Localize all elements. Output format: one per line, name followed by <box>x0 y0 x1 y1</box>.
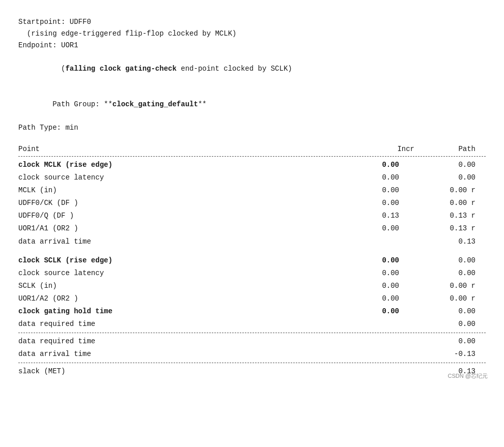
row-incr: 0.00 <box>358 159 419 171</box>
startpoint-desc-line: (rising edge-triggered flip-flop clocked… <box>18 28 486 40</box>
endpoint-desc-line: (falling clock gating-check end-point cl… <box>18 51 486 86</box>
row-path: 0.00 <box>419 159 486 171</box>
row-incr: 0.00 <box>358 185 419 196</box>
table-row: clock MCLK (rise edge)0.000.00 <box>18 159 486 171</box>
row-point: UDFF0/Q (DF ) <box>18 210 358 222</box>
table-row: clock source latency0.000.00 <box>18 267 486 280</box>
row-path: -0.13 <box>419 348 486 360</box>
endpoint-desc-pre: ( <box>52 65 65 73</box>
row-point: UOR1/A1 (OR2 ) <box>18 223 358 234</box>
table-rows: clock MCLK (rise edge)0.000.00clock sour… <box>18 159 486 378</box>
row-point: clock gating hold time <box>18 306 358 317</box>
row-point: UOR1/A2 (OR2 ) <box>18 293 358 305</box>
table-header-row: Point Incr Path <box>18 144 486 154</box>
header-section: Startpoint: UDFF0 (rising edge-triggered… <box>18 16 486 134</box>
timing-table: Point Incr Path clock MCLK (rise edge)0.… <box>18 144 486 378</box>
row-divider <box>18 363 486 363</box>
row-path: 0.00 <box>419 336 486 347</box>
table-row: clock source latency0.000.00 <box>18 171 486 184</box>
row-incr: 0.00 <box>358 267 419 279</box>
path-group-bold: clock_gating_default <box>113 100 198 108</box>
row-path: 0.00 r <box>419 280 486 292</box>
row-point: data required time <box>18 318 358 330</box>
row-path: 0.00 <box>419 306 486 317</box>
row-path: 0.13 r <box>419 223 486 234</box>
row-spacer <box>18 248 486 254</box>
row-point: clock MCLK (rise edge) <box>18 159 358 171</box>
row-path: 0.13 <box>419 236 486 248</box>
table-row: clock SCLK (rise edge)0.000.00 <box>18 254 486 267</box>
row-path: 0.00 r <box>419 185 486 196</box>
row-incr <box>358 348 419 360</box>
table-row: SCLK (in)0.000.00 r <box>18 280 486 292</box>
row-point: slack (MET) <box>18 366 358 377</box>
startpoint-line: Startpoint: UDFF0 <box>18 16 486 28</box>
row-point: data required time <box>18 336 358 347</box>
col-header-point: Point <box>18 145 374 153</box>
row-incr <box>358 318 419 330</box>
table-row: clock gating hold time0.000.00 <box>18 305 486 318</box>
path-group-line: Path Group: **clock_gating_default** <box>18 87 486 122</box>
table-row: data required time0.00 <box>18 335 486 348</box>
row-incr <box>358 236 419 248</box>
row-point: data arrival time <box>18 348 358 360</box>
row-point: data arrival time <box>18 236 358 248</box>
table-row: UOR1/A2 (OR2 )0.000.00 r <box>18 292 486 305</box>
row-incr <box>358 336 419 347</box>
row-incr: 0.00 <box>358 306 419 317</box>
row-path: 0.00 <box>419 255 486 266</box>
row-incr: 0.00 <box>358 255 419 266</box>
row-path: 0.13 r <box>419 210 486 222</box>
col-header-path: Path <box>435 145 486 153</box>
row-point: clock source latency <box>18 172 358 184</box>
row-point: clock source latency <box>18 267 358 279</box>
top-divider <box>18 156 486 157</box>
row-divider <box>18 333 486 333</box>
table-row: slack (MET)0.13 <box>18 365 486 378</box>
path-group-post: ** <box>198 100 207 108</box>
row-path: 0.00 <box>419 318 486 330</box>
table-row: data arrival time-0.13 <box>18 348 486 361</box>
row-incr <box>358 366 419 377</box>
row-path: 0.00 r <box>419 197 486 209</box>
row-incr: 0.00 <box>358 293 419 305</box>
col-header-incr: Incr <box>374 145 435 153</box>
table-row: UOR1/A1 (OR2 )0.000.13 r <box>18 222 486 235</box>
path-type-line: Path Type: min <box>18 122 486 134</box>
row-point: clock SCLK (rise edge) <box>18 255 358 266</box>
row-path: 0.00 r <box>419 293 486 305</box>
row-path: 0.00 <box>419 267 486 279</box>
row-point: UDFF0/CK (DF ) <box>18 197 358 209</box>
endpoint-desc-post: end-point clocked by SCLK) <box>177 65 292 73</box>
row-incr: 0.00 <box>358 223 419 234</box>
row-incr: 0.00 <box>358 197 419 209</box>
table-row: UDFF0/CK (DF )0.000.00 r <box>18 197 486 210</box>
row-point: MCLK (in) <box>18 185 358 196</box>
row-incr: 0.00 <box>358 280 419 292</box>
table-row: data required time0.00 <box>18 318 486 331</box>
table-row: UDFF0/Q (DF )0.130.13 r <box>18 210 486 222</box>
row-incr: 0.00 <box>358 172 419 184</box>
table-row: MCLK (in)0.000.00 r <box>18 184 486 197</box>
row-point: SCLK (in) <box>18 280 358 292</box>
row-incr: 0.13 <box>358 210 419 222</box>
endpoint-desc-bold: falling clock gating-check <box>65 65 176 73</box>
watermark: CSDN @芯纪元 <box>448 372 488 380</box>
path-group-pre: Path Group: ** <box>52 100 113 108</box>
endpoint-line: Endpoint: UOR1 <box>18 40 486 51</box>
row-path: 0.00 <box>419 172 486 184</box>
table-row: data arrival time0.13 <box>18 235 486 248</box>
